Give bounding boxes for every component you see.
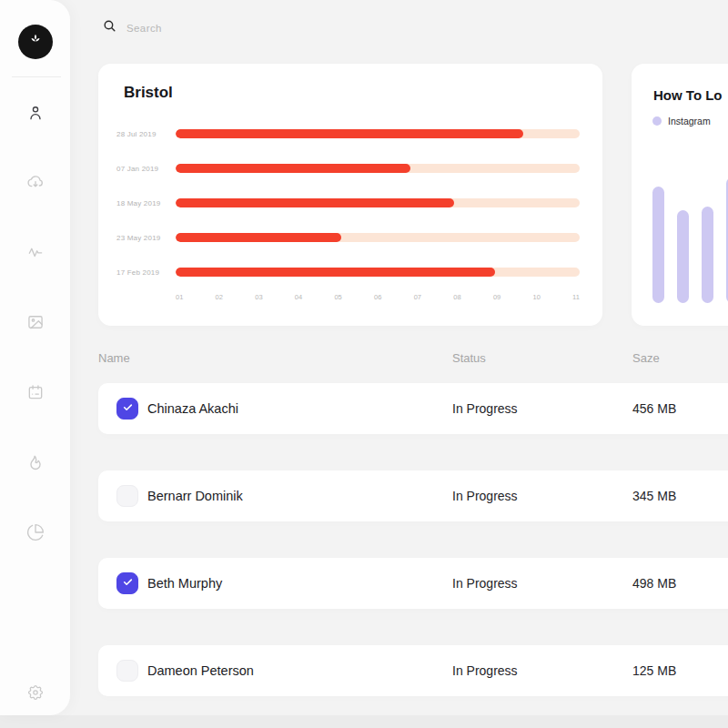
sidebar-item-uploads[interactable]: [26, 173, 45, 191]
sidebar-divider: [12, 76, 61, 77]
howto-card: How To Lo Instagram: [632, 64, 728, 326]
bristol-chart-row: 07 Jan 2019: [98, 151, 602, 186]
row-checkbox[interactable]: [116, 485, 138, 507]
row-name: Chinaza Akachi: [147, 401, 452, 416]
app-logo[interactable]: [18, 25, 53, 59]
axis-tick-label: 07: [414, 293, 421, 301]
flame-icon: [26, 453, 45, 471]
checkbox-cell: [116, 485, 147, 507]
howto-bar: [677, 210, 689, 303]
row-status: In Progress: [452, 663, 632, 678]
checkbox-cell: [116, 398, 147, 420]
row-name: Beth Murphy: [147, 576, 452, 591]
sidebar-item-schedule[interactable]: [26, 383, 45, 401]
bristol-chart-row: 17 Feb 2019: [98, 255, 602, 289]
user-icon: [26, 104, 45, 122]
bristol-bar-fill: [176, 268, 495, 277]
bristol-bar-track: [176, 233, 580, 242]
bristol-bar-track: [176, 268, 580, 277]
table-row: Beth MurphyIn Progress498 MB: [98, 558, 728, 609]
row-size: 345 MB: [632, 489, 728, 503]
bristol-card-title: Bristol: [124, 84, 173, 102]
legend-dot-icon: [652, 116, 662, 126]
sidebar-item-activity[interactable]: [26, 243, 45, 261]
bristol-bar-fill: [176, 198, 454, 207]
bristol-chart-row: 23 May 2019: [98, 220, 602, 255]
row-name: Dameon Peterson: [147, 663, 452, 678]
search-input[interactable]: [126, 23, 272, 34]
bristol-chart-row: 28 Jul 2019: [98, 116, 602, 151]
axis-tick-label: 02: [216, 293, 223, 301]
check-icon: [122, 575, 134, 592]
bristol-bar-fill: [176, 233, 341, 242]
pie-chart-icon: [26, 523, 45, 541]
axis-tick-label: 06: [374, 293, 381, 301]
axis-tick-label: 01: [176, 293, 183, 301]
check-icon: [122, 400, 134, 417]
table-rows: Chinaza AkachiIn Progress456 MBBernarr D…: [98, 383, 728, 728]
howto-legend: Instagram: [652, 116, 711, 126]
search-icon: [102, 18, 117, 37]
sidebar-item-media[interactable]: [26, 313, 45, 331]
sidebar-item-trending[interactable]: [26, 453, 45, 471]
activity-icon: [26, 243, 45, 261]
axis-tick-label: 09: [493, 293, 500, 301]
sidebar-item-analytics[interactable]: [26, 523, 45, 541]
table-header: Name Status Saze: [98, 351, 728, 365]
bristol-chart-row: 18 May 2019: [98, 186, 602, 220]
column-header-size: Saze: [632, 351, 728, 365]
row-name: Bernarr Dominik: [147, 489, 452, 503]
axis-tick-label: 11: [572, 293, 580, 301]
table-row: Bernarr DominikIn Progress345 MB: [98, 470, 728, 521]
checkbox-cell: [116, 572, 147, 594]
row-size: 125 MB: [632, 663, 728, 678]
bristol-chart-rows: 28 Jul 201907 Jan 201918 May 201923 May …: [98, 116, 602, 289]
bristol-row-date: 18 May 2019: [98, 199, 176, 207]
sidebar-item-profile[interactable]: [26, 104, 45, 122]
axis-tick-label: 08: [453, 293, 460, 301]
howto-card-title: How To Lo: [653, 87, 723, 103]
bristol-x-axis: 0102030405060708091011: [176, 293, 580, 301]
row-size: 456 MB: [632, 401, 728, 416]
bristol-row-date: 07 Jan 2019: [98, 165, 176, 173]
bristol-bar-track: [176, 198, 580, 207]
search-bar: [102, 18, 272, 37]
bristol-row-date: 28 Jul 2019: [98, 130, 176, 138]
table-row: Dameon PetersonIn Progress125 MB: [98, 645, 728, 696]
bristol-row-date: 17 Feb 2019: [98, 268, 176, 277]
column-header-status: Status: [452, 351, 632, 365]
row-status: In Progress: [452, 489, 632, 503]
row-size: 498 MB: [632, 576, 728, 591]
cloud-download-icon: [26, 173, 45, 191]
bristol-row-date: 23 May 2019: [98, 234, 176, 242]
sprout-logo-icon: [26, 31, 45, 53]
legend-label: Instagram: [668, 116, 711, 126]
column-header-name: Name: [98, 351, 452, 365]
row-status: In Progress: [452, 576, 632, 591]
row-checkbox[interactable]: [116, 660, 138, 682]
bristol-card: Bristol 28 Jul 201907 Jan 201918 May 201…: [98, 64, 602, 326]
checkbox-cell: [116, 660, 147, 682]
bottom-strip: [0, 715, 728, 728]
row-status: In Progress: [452, 401, 632, 416]
table-row: Chinaza AkachiIn Progress456 MB: [98, 383, 728, 434]
axis-tick-label: 04: [295, 293, 302, 301]
howto-chart-bars: [652, 177, 728, 303]
bristol-bar-track: [176, 164, 580, 173]
calendar-icon: [26, 383, 45, 401]
bristol-bar-track: [176, 129, 580, 138]
bristol-bar-fill: [176, 129, 523, 138]
row-checkbox[interactable]: [116, 398, 138, 420]
axis-tick-label: 05: [334, 293, 341, 301]
sidebar-item-settings[interactable]: [26, 683, 45, 702]
gear-icon: [26, 683, 45, 702]
howto-bar: [652, 187, 664, 303]
sidebar: [0, 0, 70, 715]
bristol-bar-fill: [176, 164, 410, 173]
howto-bar: [702, 207, 713, 303]
row-checkbox[interactable]: [116, 572, 138, 594]
axis-tick-label: 03: [255, 293, 262, 301]
image-icon: [26, 313, 45, 331]
axis-tick-label: 10: [532, 293, 540, 301]
